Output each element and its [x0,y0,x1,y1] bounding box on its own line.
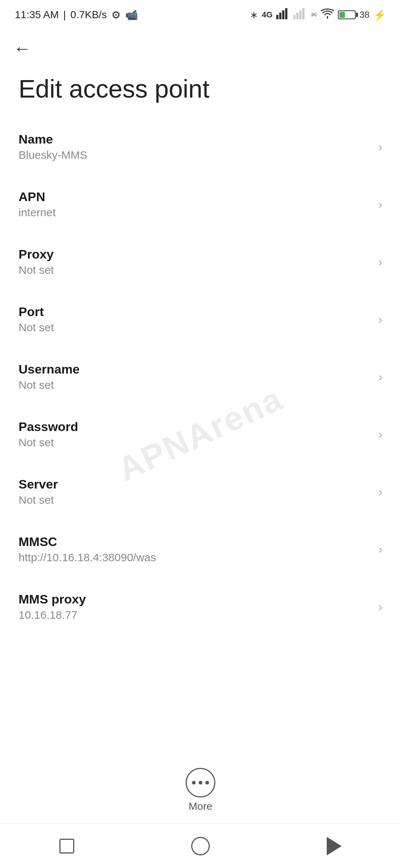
settings-item-password-label: Password [19,420,371,434]
settings-icon: ⚙ [111,9,121,21]
battery-percent: 38 [359,10,369,20]
chevron-icon-username: › [378,369,382,384]
settings-item-apn-label: APN [19,190,371,204]
more-dot-3 [205,781,209,785]
svg-rect-4 [293,15,296,19]
nav-back-icon [327,837,342,855]
settings-item-mms-proxy-label: MMS proxy [19,592,371,606]
chevron-icon-server: › [378,484,382,499]
chevron-icon-apn: › [378,197,382,211]
back-button[interactable]: ← [11,37,33,59]
settings-item-server-content: Server Not set [19,477,371,506]
status-right: ∗ 4G ✕ [250,8,386,22]
settings-item-server[interactable]: Server Not set › [0,463,401,520]
svg-rect-5 [296,13,299,19]
chevron-icon-mms-proxy: › [378,599,382,614]
chevron-icon-name: › [378,139,382,154]
settings-item-port-label: Port [19,305,371,319]
settings-item-port[interactable]: Port Not set › [0,290,401,348]
video-icon: 📹 [125,9,138,21]
signal-bars2-icon [293,8,307,22]
settings-list: Name Bluesky-MMS › APN internet › Proxy … [0,118,401,635]
settings-item-mms-proxy-value: 10.16.18.77 [19,609,371,621]
more-circle-icon [186,768,215,798]
charging-icon: ⚡ [373,9,386,21]
settings-item-username-value: Not set [19,379,371,391]
signal-bars-icon [276,8,290,22]
settings-item-username-content: Username Not set [19,362,371,391]
nav-recents-button[interactable] [52,831,82,861]
svg-rect-3 [285,8,287,19]
settings-item-mms-proxy-content: MMS proxy 10.16.18.77 [19,592,371,621]
chevron-icon-password: › [378,427,382,441]
chevron-icon-proxy: › [378,254,382,269]
settings-item-name-label: Name [19,132,371,147]
page-title: Edit access point [0,67,401,118]
nav-recents-icon [59,839,74,854]
settings-item-name[interactable]: Name Bluesky-MMS › [0,118,401,175]
more-label: More [189,800,212,812]
settings-item-name-value: Bluesky-MMS [19,149,371,161]
settings-item-apn[interactable]: APN internet › [0,175,401,233]
settings-item-username-label: Username [19,362,371,377]
battery-icon [338,10,356,19]
settings-item-proxy[interactable]: Proxy Not set › [0,233,401,290]
more-dots-icon [192,781,209,785]
settings-item-mmsc-label: MMSC [19,535,371,549]
settings-item-port-value: Not set [19,321,371,334]
settings-item-mmsc[interactable]: MMSC http://10.16.18.4:38090/was › [0,520,401,578]
settings-item-apn-content: APN internet [19,190,371,219]
status-left: 11:35 AM | 0.7KB/s ⚙ 📹 [15,9,138,21]
settings-item-server-value: Not set [19,494,371,506]
bottom-action-bar: More [0,760,401,820]
navigation-bar [0,823,401,868]
settings-item-port-content: Port Not set [19,305,371,334]
settings-item-mmsc-value: http://10.16.18.4:38090/was [19,551,371,564]
svg-rect-7 [302,8,304,19]
back-arrow-icon: ← [13,38,31,59]
settings-item-username[interactable]: Username Not set › [0,348,401,405]
more-button[interactable]: More [186,768,215,812]
settings-item-password-value: Not set [19,436,371,449]
settings-item-password-content: Password Not set [19,420,371,449]
wifi-icon [321,8,334,22]
settings-item-server-label: Server [19,477,371,491]
svg-rect-0 [276,15,278,19]
speed-separator: | [63,9,66,21]
chevron-icon-port: › [378,312,382,326]
time-display: 11:35 AM [15,9,59,21]
more-dot-2 [199,781,202,785]
more-dot-1 [192,781,196,785]
svg-rect-1 [279,13,281,19]
signal-4g-icon: 4G [262,10,273,20]
network-speed: 0.7KB/s [71,9,107,21]
settings-item-name-content: Name Bluesky-MMS [19,132,371,161]
settings-item-proxy-content: Proxy Not set [19,247,371,276]
toolbar: ← [0,30,401,67]
settings-item-mmsc-content: MMSC http://10.16.18.4:38090/was [19,535,371,564]
chevron-icon-mmsc: › [378,542,382,556]
nav-home-button[interactable] [186,831,215,861]
settings-item-proxy-label: Proxy [19,247,371,262]
svg-rect-2 [282,10,284,19]
svg-rect-6 [299,10,301,19]
settings-item-proxy-value: Not set [19,264,371,276]
bluetooth-icon: ∗ [250,9,258,21]
status-bar: 11:35 AM | 0.7KB/s ⚙ 📹 ∗ 4G ✕ [0,0,401,30]
settings-item-mms-proxy[interactable]: MMS proxy 10.16.18.77 › [0,578,401,635]
settings-item-apn-value: internet [19,206,371,219]
no-signal-icon: ✕ [310,10,317,20]
settings-item-password[interactable]: Password Not set › [0,405,401,463]
nav-back-button[interactable] [319,831,349,861]
nav-home-icon [191,837,210,855]
